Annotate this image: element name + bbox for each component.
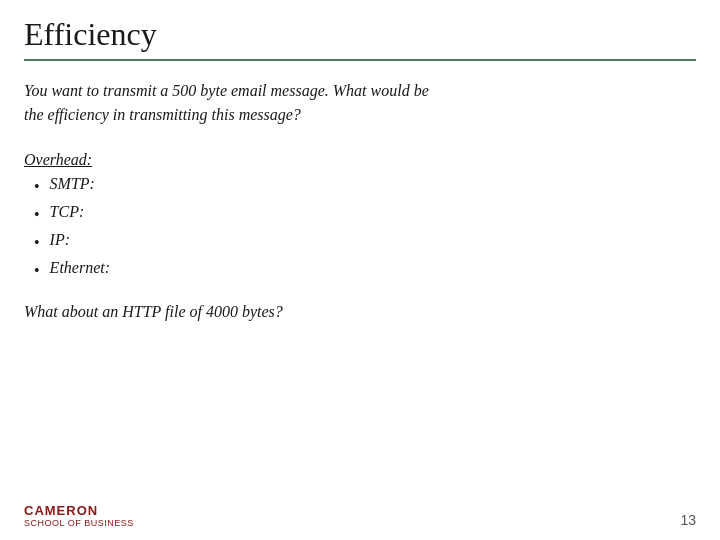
intro-line1: You want to transmit a 500 byte email me… <box>24 82 429 99</box>
slide-title: Efficiency <box>24 16 696 53</box>
bullet-icon: • <box>34 175 40 199</box>
smtp-label: SMTP: <box>50 175 95 193</box>
list-item: • IP: <box>34 231 696 255</box>
logo-top: CAMERON <box>24 503 98 518</box>
title-divider <box>24 59 696 61</box>
page-number: 13 <box>680 512 696 528</box>
bullet-icon: • <box>34 231 40 255</box>
footer-logo: CAMERON SCHOOL of BUSINESS <box>24 503 134 528</box>
ethernet-label: Ethernet: <box>50 259 110 277</box>
list-item: • SMTP: <box>34 175 696 199</box>
list-item: • TCP: <box>34 203 696 227</box>
ip-label: IP: <box>50 231 70 249</box>
bullet-icon: • <box>34 203 40 227</box>
intro-line2: the efficiency in transmitting this mess… <box>24 106 301 123</box>
tcp-label: TCP: <box>50 203 85 221</box>
overhead-list: • SMTP: • TCP: • IP: • Ethernet: <box>24 175 696 283</box>
http-question: What about an HTTP file of 4000 bytes? <box>24 303 696 321</box>
overhead-label: Overhead: <box>24 151 696 169</box>
intro-text: You want to transmit a 500 byte email me… <box>24 79 696 127</box>
slide-container: Efficiency You want to transmit a 500 by… <box>0 0 720 540</box>
logo-bottom: SCHOOL of BUSINESS <box>24 518 134 528</box>
list-item: • Ethernet: <box>34 259 696 283</box>
bullet-icon: • <box>34 259 40 283</box>
footer: CAMERON SCHOOL of BUSINESS 13 <box>0 503 720 528</box>
overhead-section: Overhead: • SMTP: • TCP: • IP: • Etherne… <box>24 151 696 283</box>
